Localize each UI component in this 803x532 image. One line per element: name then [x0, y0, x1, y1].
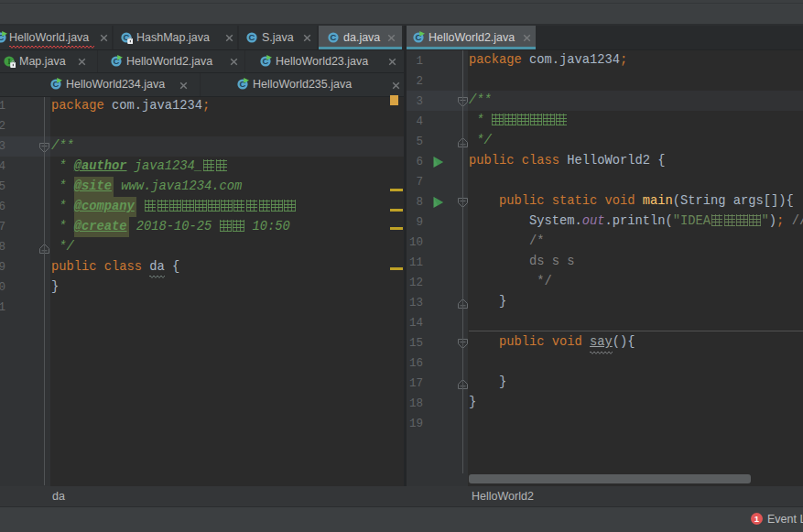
svg-text:C: C — [249, 32, 255, 42]
svg-text:C: C — [331, 32, 337, 42]
